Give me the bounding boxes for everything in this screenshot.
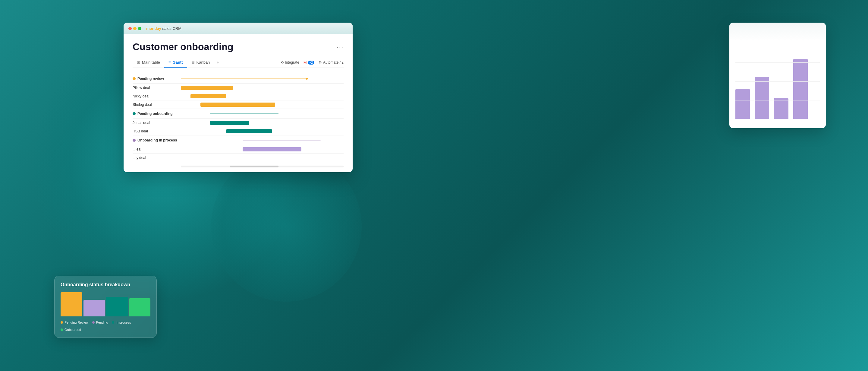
gantt-label-pillow: Pillow deal	[133, 86, 181, 90]
item-name-nicky: Nicky deal	[133, 94, 149, 98]
gantt-chart: Pending review Pillow deal Nicky	[133, 74, 344, 167]
gantt-label-ieal: ...ieal	[133, 147, 181, 151]
monday-brand: monday	[146, 26, 161, 31]
bar-ieal	[243, 147, 301, 151]
gantt-group-onboarding-process[interactable]: Onboarding in process	[133, 136, 344, 145]
right-panel	[730, 23, 826, 128]
tab-toolbar: ⟲ Integrate M +2 ⚙ Automate / 2	[281, 60, 344, 65]
breakdown-legend: Pending Review Pending In process Onboar…	[61, 321, 150, 332]
close-dot[interactable]	[128, 27, 132, 30]
gantt-row-pillow-deal[interactable]: Pillow deal	[133, 84, 344, 92]
breakdown-bar-yellow	[61, 292, 82, 316]
gantt-group-pending-onboarding[interactable]: Pending onboarding	[133, 109, 344, 118]
app-title: monday sales CRM	[146, 26, 181, 31]
gantt-timeline-group2	[181, 109, 344, 118]
bg-decoration-circle-medium	[211, 151, 362, 302]
legend-pending: Pending	[92, 321, 108, 324]
breakdown-title: Onboarding status breakdown	[61, 282, 150, 287]
group-name-pending-review: Pending review	[137, 77, 164, 81]
chart-bar-4	[793, 59, 808, 119]
integrate-button[interactable]: ⟲ Integrate	[281, 60, 299, 64]
legend-onboarded: Onboarded	[61, 328, 81, 332]
more-options-button[interactable]: ···	[337, 44, 344, 50]
crm-content: Customer onboarding ··· ⊞ Main table ≡ G…	[124, 34, 352, 172]
main-table-icon: ⊞	[137, 60, 140, 64]
gantt-timeline-pillow	[181, 84, 344, 92]
gantt-label-ly: ...ly deal	[133, 155, 181, 160]
gantt-scrollbar-thumb[interactable]	[230, 166, 278, 167]
tab-main-table[interactable]: ⊞ Main table	[133, 58, 164, 67]
window-controls	[128, 27, 141, 30]
minimize-dot[interactable]	[133, 27, 136, 30]
group-name-onboarding-process: Onboarding in process	[137, 138, 177, 142]
item-name-sheleg: Sheleg deal	[133, 103, 152, 107]
automate-label: Automate / 2	[323, 60, 344, 64]
item-name-jonas: Jonas deal	[133, 121, 150, 125]
email-badge: +2	[308, 61, 314, 64]
legend-label-pending: Pending	[96, 321, 108, 324]
gantt-row-sheleg-deal[interactable]: Sheleg deal	[133, 101, 344, 109]
legend-label-pending-review: Pending Review	[64, 321, 89, 324]
gantt-label-hsb: HSB deal	[133, 129, 181, 133]
chart-col-3	[774, 98, 788, 119]
legend-dot-teal	[112, 321, 114, 324]
tab-gantt[interactable]: ≡ Gantt	[164, 58, 187, 67]
gantt-timeline-ly	[181, 153, 344, 162]
chart-bar-3	[774, 98, 788, 119]
gmail-icon: M	[304, 60, 307, 65]
gantt-label-jonas: Jonas deal	[133, 121, 181, 125]
gantt-timeline-group3	[181, 136, 344, 145]
tab-kanban[interactable]: ⊟ Kanban	[187, 58, 214, 67]
group-label-pending-onboarding: Pending onboarding	[133, 112, 181, 116]
tab-main-table-label: Main table	[142, 60, 160, 64]
legend-label-onboarded: Onboarded	[64, 328, 81, 332]
group-color-dot-teal	[133, 112, 135, 115]
gantt-row-hsb-deal[interactable]: HSB deal	[133, 127, 344, 136]
chart-bar-2	[755, 77, 769, 119]
breakdown-card: Onboarding status breakdown Pending Revi…	[54, 276, 157, 338]
gantt-timeline-hsb	[181, 127, 344, 135]
gantt-row-nicky-deal[interactable]: Nicky deal	[133, 92, 344, 101]
chart-col-1	[735, 89, 750, 119]
chart-col-4	[793, 59, 808, 119]
group-line-pending-onboarding	[210, 113, 278, 114]
tabs-row: ⊞ Main table ≡ Gantt ⊟ Kanban + ⟲ Integr…	[133, 57, 344, 68]
bar-pillow	[181, 86, 233, 90]
kanban-icon: ⊟	[191, 60, 195, 64]
gantt-row-ly-deal[interactable]: ...ly deal	[133, 153, 344, 162]
item-name-ly: ...ly deal	[133, 155, 146, 160]
milestone-dot	[306, 78, 308, 80]
integrate-label: Integrate	[285, 60, 299, 64]
group-line-pending-review	[181, 78, 308, 79]
email-icons[interactable]: M +2	[304, 60, 314, 65]
legend-dot-purple	[92, 321, 95, 324]
group-name-pending-onboarding: Pending onboarding	[137, 112, 173, 116]
gantt-label-nicky: Nicky deal	[133, 94, 181, 98]
gantt-timeline-nicky	[181, 92, 344, 100]
group-label-onboarding-process: Onboarding in process	[133, 138, 181, 142]
grid-line-1	[735, 44, 820, 44]
board-title-row: Customer onboarding ···	[133, 41, 344, 53]
gantt-timeline-ieal	[181, 145, 344, 153]
bar-jonas	[210, 121, 249, 125]
gantt-row-jonas-deal[interactable]: Jonas deal	[133, 118, 344, 127]
gantt-group-pending-review[interactable]: Pending review	[133, 74, 344, 84]
maximize-dot[interactable]	[138, 27, 141, 30]
add-tab-button[interactable]: +	[214, 57, 221, 67]
gantt-timeline-sheleg	[181, 101, 344, 109]
legend-dot-yellow	[61, 321, 63, 324]
gantt-row-ieal[interactable]: ...ieal	[133, 145, 344, 153]
group-line-onboarding-process	[243, 140, 321, 141]
gantt-scrollbar[interactable]	[181, 166, 344, 167]
item-name-ieal: ...ieal	[133, 147, 141, 151]
breakdown-bar-purple	[84, 300, 105, 316]
legend-in-process: In process	[112, 321, 131, 324]
grid-line-5	[735, 119, 820, 119]
breakdown-bar-green	[129, 298, 151, 316]
bar-sheleg	[200, 103, 275, 107]
automate-button[interactable]: ⚙ Automate / 2	[318, 60, 344, 64]
chart-bar-1	[735, 89, 750, 119]
bar-hsb	[226, 129, 272, 133]
automate-icon: ⚙	[318, 60, 322, 64]
gantt-icon: ≡	[168, 60, 171, 64]
